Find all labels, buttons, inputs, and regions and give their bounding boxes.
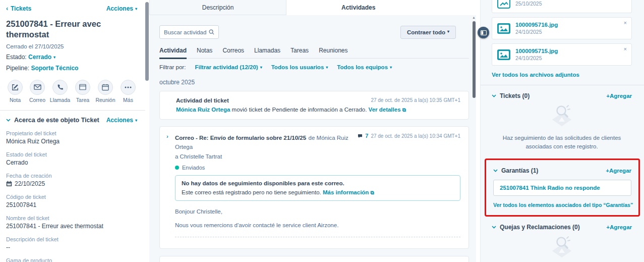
chevron-down-icon[interactable] [492,226,496,229]
attachment-row[interactable]: 1000095715.jpg 24/10/2025 × [492,43,632,66]
caret-down-icon: ▾ [326,65,328,70]
phone-icon [52,80,68,95]
subtab-llamadas[interactable]: Llamadas [254,47,280,58]
note-icon [8,80,23,95]
collapse-right-panel-button[interactable] [478,27,489,38]
back-to-tickets-link[interactable]: ‹Tickets [6,5,31,12]
estado-value: Cerrado [28,54,51,61]
about-collapse-toggle[interactable]: Acerca de este objeto Ticket [6,117,99,124]
chevron-down-icon[interactable] [492,94,496,97]
email-button[interactable]: Correo [28,80,46,103]
complaints-section-title: Quejas y Reclamaciones (0) [500,224,606,231]
tab-actividades[interactable]: Actividades [286,0,430,15]
attachment-name[interactable]: 1000095715.jpg [515,48,558,54]
tracking-banner-text: Este correo está registrado pero no tien… [182,189,454,196]
expand-chevron-icon[interactable]: › [166,133,168,139]
pipeline-value-link[interactable]: Soporte Técnico [31,65,78,72]
about-actions-label: Acciones [106,117,133,124]
mas-informacion-link[interactable]: Más información ⧉ [323,189,374,195]
email1-count[interactable]: 7 [365,133,368,139]
view-all-attachments-link[interactable]: Ver todos los archivos adjuntos [492,72,632,78]
field-created-date: Fecha de creación 22/10/2025 [6,173,137,187]
middle-panel-scrollbar[interactable] [473,21,476,98]
field-owner-value[interactable]: Mónica Ruiz Ortega [6,138,137,145]
add-complaint-link[interactable]: +Agregar [606,224,632,230]
file-image-icon [497,23,510,34]
ver-detalles-link[interactable]: Ver detalles ⧉ [369,107,406,113]
field-owner-label: Propietario del ticket [6,130,137,136]
task-button[interactable]: Tarea [74,80,92,103]
more-actions-button[interactable]: Más [119,80,137,103]
field-ticket-code-value[interactable]: 251007841 [6,201,137,208]
attachment-row[interactable]: 1000095716.jpg 24/10/2025 × [492,17,632,39]
pipeline-label: Pipeline: [6,65,29,72]
sidebar-divider [0,110,145,111]
subtab-notas[interactable]: Notas [197,47,212,58]
field-ticket-name-value[interactable]: 251007841 - Erreur avec thermostat [6,223,137,230]
attachment-name[interactable]: 1000095716.jpg [515,22,558,28]
add-ticket-link[interactable]: +Agregar [606,93,632,99]
meeting-button[interactable]: Reunión [96,80,115,103]
filter-by-label: Filtrar por: [159,64,186,70]
note-label: Nota [10,97,21,103]
email1-bottom-spacer [175,237,460,242]
estado-value-dropdown[interactable]: Cerrado▾ [28,54,55,61]
ticket-sidebar: ‹Tickets Acciones▾ 251007841 - Erreur av… [0,0,145,262]
tracking-banner-body: Este correo está registrado pero no tien… [182,189,321,195]
ticket-detail-page: { "icons": { "back_chevron": "‹", "caret… [0,0,644,262]
attachment-row-cut[interactable]: 25/10/2025 [492,0,632,13]
remove-attachment-icon[interactable]: × [624,46,627,52]
email1-status-label: Enviados [182,165,205,171]
field-created-date-label: Fecha de creación [6,173,137,179]
view-all-warranties-link[interactable]: Ver todos los elementos asociados del ti… [493,202,631,208]
activity-toolbar: Contraer todo ▾ [159,25,469,39]
field-description-value[interactable]: -- [6,244,137,251]
filter-users-dropdown[interactable]: Todos los usuarios▾ [271,64,328,70]
note-button[interactable]: Nota [6,80,24,103]
calendar-small-icon [6,181,12,187]
ellipsis-icon [121,80,136,95]
attachment-date: 25/10/2025 [515,1,542,7]
email1-meta: 7 27 de oct. de 2025 a la(s) 10:34 GMT+1 [358,133,460,139]
scroll-up-arrow-icon[interactable]: ▲ [472,16,476,19]
subtab-correos[interactable]: Correos [222,47,244,58]
email1-title-line: Correo - Re: Envío de formulario sobre 2… [175,133,353,151]
field-ticket-code: Código de ticket 251007841 [6,194,137,208]
call-button[interactable]: Llamada [50,80,70,103]
comment-bubble-icon [358,134,363,138]
call-label: Llamada [50,97,70,103]
ver-detalles-label: Ver detalles [369,107,401,113]
warranty-item-link[interactable]: 251007841 Think Radio no responde [493,180,631,196]
about-actions-dropdown[interactable]: Acciones▾ [106,117,137,124]
subtab-reuniones[interactable]: Reuniones [319,47,347,58]
field-description: Descripción del ticket -- [6,236,137,251]
field-status-value[interactable]: Cerrado [6,159,137,166]
chevron-down-icon[interactable] [493,169,498,172]
field-created-date-value[interactable]: 22/10/2025 [6,180,137,187]
warranties-section-title: Garantías (1) [501,167,606,174]
task-window-icon [75,80,90,95]
filter-activity-dropdown[interactable]: Filtrar actividad (12/20)▾ [195,64,262,70]
actor-link[interactable]: Mónica Ruiz Ortega [176,107,230,113]
collapse-all-button[interactable]: Contraer todo ▾ [400,26,456,39]
search-input[interactable] [164,29,206,35]
ticket-actions-dropdown[interactable]: Acciones▾ [106,5,137,12]
sidebar-top-row: ‹Tickets Acciones▾ [6,5,137,12]
about-section-title: Acerca de este objeto Ticket [14,117,99,124]
remove-attachment-icon[interactable]: × [624,20,627,26]
tab-descripcion[interactable]: Descripción [149,0,286,15]
add-warranty-link[interactable]: +Agregar [606,168,631,174]
subtab-actividad[interactable]: Actividad [159,47,187,59]
quick-actions-bar: Nota Correo Llamada Tarea Reunión [6,80,137,103]
tickets-section-header: Tickets (0) +Agregar [492,92,632,99]
subtab-tareas[interactable]: Tareas [290,47,309,58]
tracking-banner-title: No hay datos de seguimiento disponibles … [182,180,454,186]
task-label: Tarea [76,97,89,103]
email1-status-row: Enviados [175,165,460,171]
left-panel-scrollbar[interactable] [145,2,149,81]
envelope-icon [30,80,45,95]
caret-down-icon: ▾ [135,7,137,11]
field-product-range-label: Gama de producto [6,257,137,262]
email1-title[interactable]: Correo - Re: Envío de formulario sobre 2… [175,135,306,141]
filter-teams-dropdown[interactable]: Todos los equipos▾ [337,64,392,70]
